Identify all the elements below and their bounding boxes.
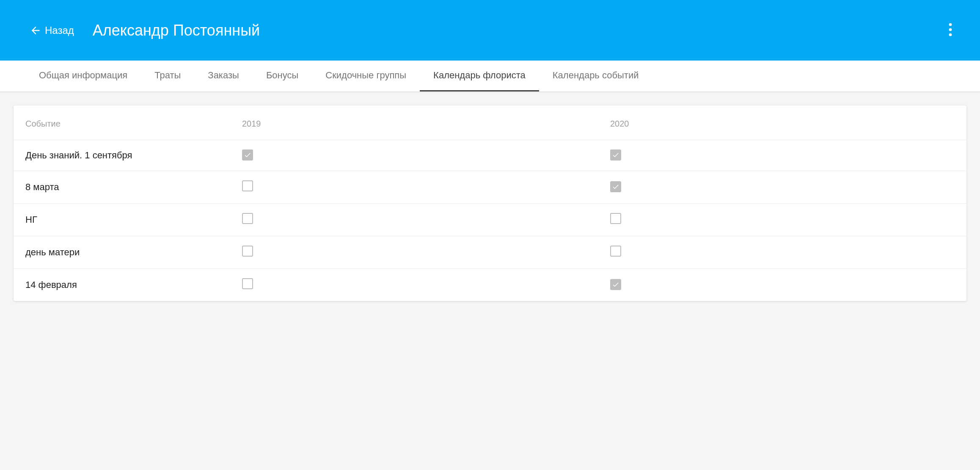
checkbox-2019[interactable]: [242, 278, 253, 289]
page-title: Александр Постоянный: [93, 22, 260, 39]
events-card: Событие 2019 2020 День знаний. 1 сентябр…: [14, 105, 966, 301]
event-name-cell: 14 февраля: [14, 269, 230, 301]
checkbox-2019[interactable]: [242, 213, 253, 224]
event-name-cell: 8 марта: [14, 171, 230, 204]
tabs-bar: Общая информация Траты Заказы Бонусы Ски…: [0, 61, 980, 92]
tab-florist-calendar[interactable]: Календарь флориста: [420, 61, 539, 91]
tab-events-calendar[interactable]: Календарь событий: [539, 61, 652, 91]
table-row: 8 марта: [14, 171, 966, 204]
year-2019-cell: [230, 140, 598, 171]
table-row: НГ: [14, 204, 966, 236]
back-arrow-icon: [30, 25, 41, 36]
year-2019-cell: [230, 171, 598, 204]
svg-point-0: [949, 23, 952, 26]
year-2020-cell: [598, 171, 966, 204]
events-table: Событие 2019 2020 День знаний. 1 сентябр…: [14, 105, 966, 301]
tab-general-info[interactable]: Общая информация: [25, 61, 141, 91]
checkbox-2020[interactable]: [610, 246, 621, 257]
column-header-2020: 2020: [598, 105, 966, 140]
year-2019-cell: [230, 236, 598, 269]
year-2020-cell: [598, 236, 966, 269]
table-row: 14 февраля: [14, 269, 966, 301]
svg-point-2: [949, 33, 952, 36]
checkbox-2019[interactable]: [242, 246, 253, 257]
event-name-cell: День знаний. 1 сентября: [14, 140, 230, 171]
tab-spending[interactable]: Траты: [141, 61, 194, 91]
column-header-event: Событие: [14, 105, 230, 140]
checkbox-2020[interactable]: [610, 279, 621, 290]
year-2019-cell: [230, 269, 598, 301]
back-button[interactable]: Назад: [30, 25, 74, 36]
table-header-row: Событие 2019 2020: [14, 105, 966, 140]
tab-orders[interactable]: Заказы: [194, 61, 253, 91]
checkbox-2019[interactable]: [242, 180, 253, 191]
year-2020-cell: [598, 140, 966, 171]
content-area: Событие 2019 2020 День знаний. 1 сентябр…: [0, 92, 980, 315]
header-left: Назад Александр Постоянный: [30, 22, 260, 39]
checkbox-2020[interactable]: [610, 149, 621, 160]
back-label: Назад: [45, 25, 74, 36]
checkbox-2019[interactable]: [242, 149, 253, 160]
checkbox-2020[interactable]: [610, 181, 621, 192]
table-row: День знаний. 1 сентября: [14, 140, 966, 171]
tab-discount-groups[interactable]: Скидочные группы: [312, 61, 420, 91]
event-name-cell: НГ: [14, 204, 230, 236]
tab-bonuses[interactable]: Бонусы: [253, 61, 312, 91]
svg-point-1: [949, 28, 952, 31]
checkbox-2020[interactable]: [610, 213, 621, 224]
event-name-cell: день матери: [14, 236, 230, 269]
year-2019-cell: [230, 204, 598, 236]
app-header: Назад Александр Постоянный: [0, 0, 980, 61]
column-header-2019: 2019: [230, 105, 598, 140]
more-menu-button[interactable]: [942, 22, 959, 39]
more-vert-icon: [949, 23, 952, 38]
year-2020-cell: [598, 204, 966, 236]
table-row: день матери: [14, 236, 966, 269]
year-2020-cell: [598, 269, 966, 301]
